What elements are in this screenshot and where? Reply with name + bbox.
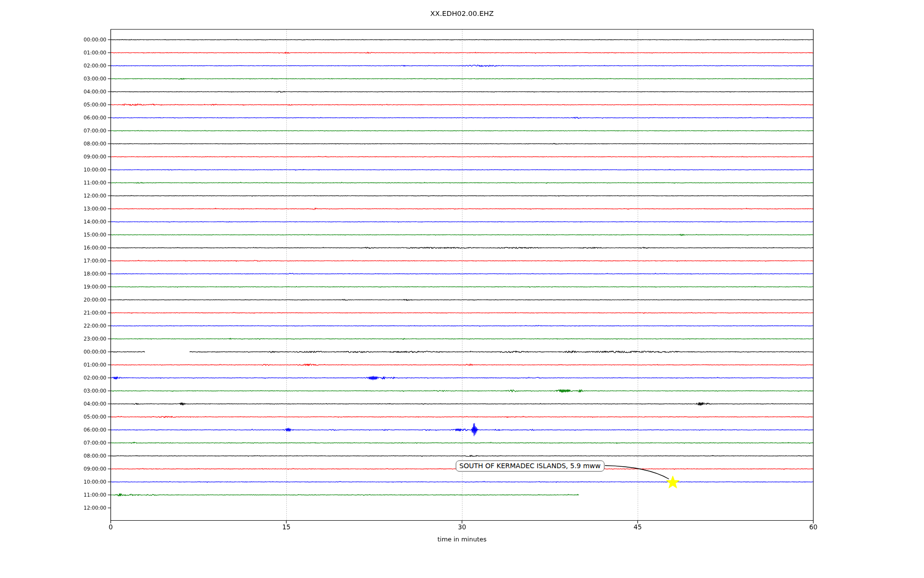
minute-tick-label: 45 (623, 524, 652, 531)
hour-tick-label: 03:00:00 (0, 388, 106, 394)
hour-tick-label: 18:00:00 (0, 271, 106, 277)
hour-tick-label: 20:00:00 (0, 297, 106, 303)
hour-tick-label: 15:00:00 (0, 232, 106, 238)
hour-tick-label: 10:00:00 (0, 167, 106, 173)
minute-tick-label: 15 (272, 524, 301, 531)
hour-tick-label: 17:00:00 (0, 258, 106, 264)
seismogram-plot-canvas (0, 0, 924, 578)
hour-tick-label: 23:00:00 (0, 336, 106, 342)
minute-tick-label: 0 (96, 524, 125, 531)
hour-tick-label: 13:00:00 (0, 206, 106, 212)
hour-tick-label: 12:00:00 (0, 193, 106, 199)
hour-tick-label: 05:00:00 (0, 414, 106, 420)
event-annotation: SOUTH OF KERMADEC ISLANDS, 5.9 mww (456, 460, 604, 472)
x-axis-label: time in minutes (0, 536, 924, 543)
event-star-icon (665, 474, 681, 491)
hour-tick-label: 11:00:00 (0, 492, 106, 498)
figure-title: XX.EDH02.00.EHZ (0, 10, 924, 17)
hour-tick-label: 09:00:00 (0, 154, 106, 160)
hour-tick-label: 04:00:00 (0, 401, 106, 407)
hour-tick-label: 06:00:00 (0, 427, 106, 433)
hour-tick-label: 01:00:00 (0, 362, 106, 368)
minute-tick-label: 30 (448, 524, 476, 531)
hour-tick-label: 01:00:00 (0, 50, 106, 56)
hour-tick-label: 06:00:00 (0, 115, 106, 121)
hour-tick-label: 07:00:00 (0, 128, 106, 134)
hour-tick-label: 14:00:00 (0, 219, 106, 225)
hour-tick-label: 21:00:00 (0, 310, 106, 316)
hour-tick-label: 10:00:00 (0, 479, 106, 485)
hour-tick-label: 00:00:00 (0, 37, 106, 43)
hour-tick-label: 05:00:00 (0, 102, 106, 108)
hour-tick-label: 07:00:00 (0, 440, 106, 446)
hour-tick-label: 22:00:00 (0, 323, 106, 329)
hour-tick-label: 19:00:00 (0, 284, 106, 290)
hour-tick-label: 03:00:00 (0, 76, 106, 82)
hour-tick-label: 00:00:00 (0, 349, 106, 355)
hour-tick-label: 12:00:00 (0, 505, 106, 511)
hour-tick-label: 16:00:00 (0, 245, 106, 251)
hour-tick-label: 08:00:00 (0, 141, 106, 147)
hour-tick-label: 04:00:00 (0, 89, 106, 95)
hour-tick-label: 09:00:00 (0, 466, 106, 472)
hour-tick-label: 02:00:00 (0, 63, 106, 69)
minute-tick-label: 60 (799, 524, 828, 531)
hour-tick-label: 11:00:00 (0, 180, 106, 186)
hour-tick-label: 08:00:00 (0, 453, 106, 459)
helicorder-figure: XX.EDH02.00.EHZ time in minutes 00:00:00… (0, 0, 924, 578)
hour-tick-label: 02:00:00 (0, 375, 106, 381)
